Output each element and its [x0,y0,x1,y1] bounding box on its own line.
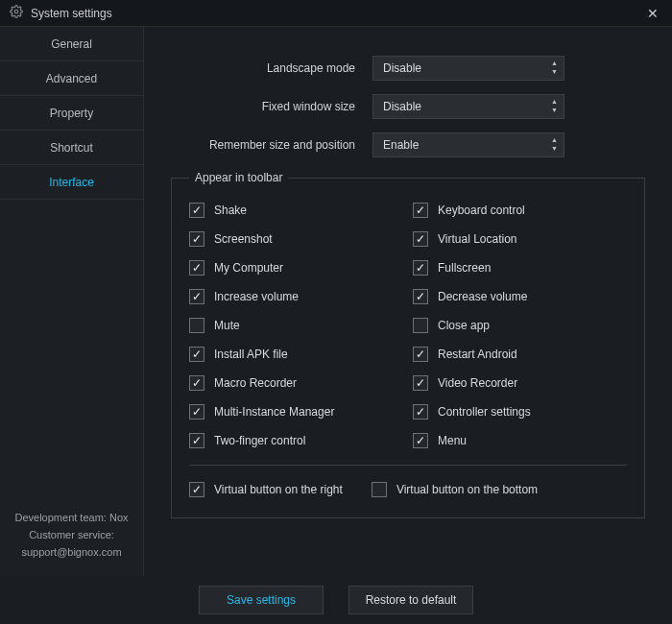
checkbox-label: Virtual button on the bottom [396,483,538,496]
restore-button[interactable]: Restore to default [348,586,473,614]
checkbox-decrease-volume[interactable]: Decrease volume [413,282,627,311]
checkbox-menu[interactable]: Menu [413,426,627,455]
landscape-mode-select[interactable]: Disable ▲▼ [372,56,564,81]
checkbox-virtual-button-on-the-right[interactable]: Virtual button on the right [189,475,343,504]
sidebar-footer: Development team: Nox Customer service: … [0,497,143,576]
checkbox-box-icon [413,289,428,304]
appear-in-toolbar-group: Appear in toolbar ShakeKeyboard controlS… [171,171,645,518]
checkbox-label: Virtual Location [438,232,517,246]
landscape-mode-value: Disable [383,61,421,75]
checkbox-install-apk-file[interactable]: Install APK file [189,340,403,369]
checkbox-label: Mute [214,319,240,332]
checkbox-label: Keyboard control [438,204,525,217]
sidebar: GeneralAdvancedPropertyShortcutInterface… [0,27,144,576]
chevron-updown-icon: ▲▼ [551,59,558,76]
checkbox-restart-android[interactable]: Restart Android [413,340,627,369]
checkbox-label: Controller settings [438,405,531,419]
checkbox-box-icon [413,347,428,362]
checkbox-video-recorder[interactable]: Video Recorder [413,369,627,397]
checkbox-shake[interactable]: Shake [189,196,403,225]
checkbox-box-icon [413,404,428,420]
sidebar-tab-property[interactable]: Property [0,96,143,131]
checkbox-screenshot[interactable]: Screenshot [189,225,403,253]
checkbox-close-app[interactable]: Close app [413,311,627,340]
gear-icon [10,5,23,21]
fixed-window-value: Disable [383,100,421,113]
checkbox-label: Virtual button on the right [214,483,343,496]
checkbox-box-icon [372,482,387,497]
checkbox-label: My Computer [214,261,283,275]
checkbox-my-computer[interactable]: My Computer [189,253,403,282]
checkbox-label: Decrease volume [438,290,527,303]
checkbox-box-icon [413,260,428,276]
save-button[interactable]: Save settings [199,586,324,614]
chevron-updown-icon: ▲▼ [551,135,558,153]
checkbox-label: Video Recorder [438,376,517,390]
checkbox-keyboard-control[interactable]: Keyboard control [413,196,627,225]
checkbox-box-icon [189,433,204,448]
remember-select[interactable]: Enable ▲▼ [372,132,564,157]
sidebar-tab-general[interactable]: General [0,27,143,61]
checkbox-label: Screenshot [214,232,273,246]
checkbox-macro-recorder[interactable]: Macro Recorder [189,369,403,397]
chevron-updown-icon: ▲▼ [551,97,558,114]
settings-content: Landscape mode Disable ▲▼ Fixed window s… [144,27,672,576]
checkbox-label: Increase volume [214,290,299,303]
checkbox-fullscreen[interactable]: Fullscreen [413,253,627,282]
sidebar-tab-advanced[interactable]: Advanced [0,61,143,96]
checkbox-label: Multi-Instance Manager [214,405,334,419]
checkbox-box-icon [189,482,204,497]
checkbox-label: Restart Android [438,348,517,361]
checkbox-box-icon [189,231,204,247]
checkbox-label: Menu [438,434,467,447]
checkbox-label: Install APK file [214,348,288,361]
checkbox-label: Close app [438,319,490,332]
sidebar-tab-interface[interactable]: Interface [0,165,143,200]
footer-email: support@bignox.com [8,543,135,561]
fixed-window-select[interactable]: Disable ▲▼ [372,94,564,119]
checkbox-box-icon [413,231,428,247]
checkbox-label: Shake [214,204,247,217]
checkbox-box-icon [189,375,204,391]
checkbox-virtual-button-on-the-bottom[interactable]: Virtual button on the bottom [372,475,538,504]
checkbox-box-icon [413,433,428,448]
landscape-mode-label: Landscape mode [171,61,372,75]
checkbox-label: Macro Recorder [214,376,297,390]
close-icon[interactable]: ✕ [643,6,662,21]
svg-point-0 [14,10,18,13]
remember-value: Enable [383,138,419,152]
divider [189,465,627,466]
footer-team: Development team: Nox [8,509,135,526]
checkbox-box-icon [189,289,204,304]
appear-in-toolbar-legend: Appear in toolbar [189,171,288,184]
checkbox-label: Fullscreen [438,261,491,275]
checkbox-box-icon [413,203,428,218]
checkbox-increase-volume[interactable]: Increase volume [189,282,403,311]
checkbox-controller-settings[interactable]: Controller settings [413,397,627,426]
checkbox-box-icon [189,318,204,333]
checkbox-box-icon [189,347,204,362]
checkbox-multi-instance-manager[interactable]: Multi-Instance Manager [189,397,403,426]
sidebar-tab-shortcut[interactable]: Shortcut [0,131,143,165]
titlebar: System settings ✕ [0,0,672,27]
window-title: System settings [31,7,643,20]
checkbox-label: Two-finger control [214,434,305,447]
footer-service: Customer service: [8,526,135,543]
checkbox-box-icon [413,375,428,391]
checkbox-virtual-location[interactable]: Virtual Location [413,225,627,253]
checkbox-box-icon [189,260,204,276]
checkbox-two-finger-control[interactable]: Two-finger control [189,426,403,455]
fixed-window-label: Fixed window size [171,100,372,113]
checkbox-box-icon [189,203,204,218]
checkbox-box-icon [413,318,428,333]
button-bar: Save settings Restore to default [0,576,672,624]
remember-label: Remember size and position [171,138,372,152]
checkbox-mute[interactable]: Mute [189,311,403,340]
checkbox-box-icon [189,404,204,420]
